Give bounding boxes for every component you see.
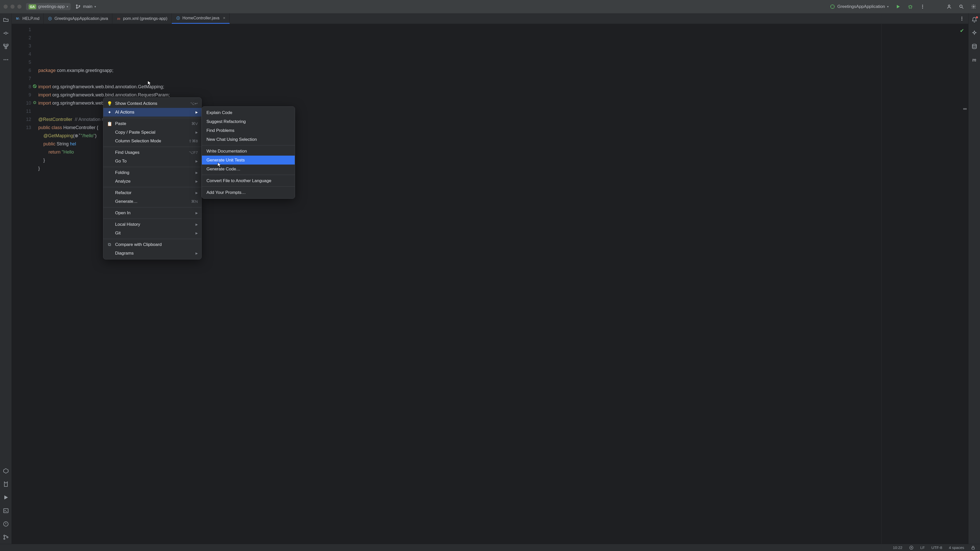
context-menu-item[interactable]: ✦AI Actions▶	[103, 108, 201, 117]
submenu-item[interactable]: New Chat Using Selection	[202, 135, 295, 144]
context-menu-item[interactable]: Diagrams▶	[103, 249, 201, 258]
svg-point-26	[49, 18, 51, 19]
svg-point-15	[3, 59, 5, 60]
line-number: 13	[12, 124, 31, 132]
project-name: greetings-app	[38, 4, 65, 9]
chevron-down-icon: ▾	[94, 5, 96, 8]
run-tool-icon[interactable]	[3, 494, 9, 500]
gutter-endpoint-icon[interactable]	[33, 100, 37, 105]
line-number: 3	[12, 42, 31, 50]
submenu-arrow-icon: ▶	[196, 159, 198, 163]
menu-item-shortcut: ⌘N	[191, 199, 198, 204]
more-tools-icon[interactable]	[3, 57, 9, 63]
settings-button[interactable]	[971, 4, 977, 10]
submenu-item[interactable]: Add Your Prompts…	[202, 188, 295, 197]
submenu-item-label: Generate Code…	[207, 167, 240, 171]
menu-item-icon: 💡	[107, 101, 112, 106]
project-tool-icon[interactable]	[3, 17, 9, 23]
menu-item-label: Copy / Paste Special	[115, 130, 156, 135]
file-encoding[interactable]: UTF-8	[931, 545, 942, 550]
line-separator-icon[interactable]	[909, 545, 914, 550]
maven-tool-icon[interactable]: m	[971, 57, 977, 63]
submenu-item[interactable]: Explain Code	[202, 108, 295, 117]
debug-button[interactable]	[907, 4, 913, 10]
context-menu-item[interactable]: Find Usages⌥F7	[103, 148, 201, 157]
commit-tool-icon[interactable]	[3, 30, 9, 36]
close-window-icon[interactable]	[3, 5, 8, 9]
ai-actions-submenu: Explain CodeSuggest RefactoringFind Prob…	[202, 106, 295, 199]
submenu-item[interactable]: Convert File to Another Language	[202, 176, 295, 185]
context-menu-item[interactable]: Open In▶	[103, 209, 201, 218]
line-number: 10	[12, 99, 31, 107]
submenu-item[interactable]: Generate Unit Tests	[202, 156, 295, 165]
build-tool-icon[interactable]	[3, 468, 9, 474]
context-menu-item[interactable]: Column Selection Mode⇧⌘8	[103, 137, 201, 145]
context-menu-item[interactable]: Refactor▶	[103, 189, 201, 197]
menu-item-label: AI Actions	[115, 110, 135, 115]
line-separator[interactable]: LF	[920, 545, 925, 550]
context-menu-item[interactable]: Local History▶	[103, 220, 201, 229]
notifications-icon[interactable]	[971, 17, 977, 23]
context-menu-item[interactable]: 📋Paste⌘V	[103, 119, 201, 128]
project-selector[interactable]: GA greetings-app ▾	[26, 3, 71, 10]
submenu-item[interactable]: Suggest Refactoring	[202, 117, 295, 126]
editor-tab[interactable]: mpom.xml (greetings-app)	[112, 13, 172, 24]
code-line[interactable]: import org.springframework.web.bind.anno…	[38, 83, 968, 91]
context-menu-item[interactable]: Analyze▶	[103, 177, 201, 186]
submenu-item[interactable]: Find Problems	[202, 126, 295, 135]
context-menu-item[interactable]: Copy / Paste Special▶	[103, 128, 201, 137]
vcs-branch-selector[interactable]: main ▾	[75, 4, 96, 10]
menu-item-shortcut: ⌥F7	[189, 150, 198, 155]
submenu-item-label: Generate Unit Tests	[207, 158, 245, 163]
terminal-tool-icon[interactable]	[3, 508, 9, 514]
search-everywhere-button[interactable]	[959, 4, 964, 10]
run-button[interactable]	[895, 4, 901, 10]
menu-item-icon: ✦	[107, 110, 112, 115]
code-line[interactable]	[38, 75, 968, 83]
close-tab-icon[interactable]: ×	[223, 16, 225, 21]
structure-tool-icon[interactable]	[3, 43, 9, 49]
context-menu-item[interactable]: ⧉Compare with Clipboard	[103, 240, 201, 249]
vcs-tool-icon[interactable]	[3, 534, 9, 540]
editor-tab[interactable]: M↓HELP.md	[12, 13, 44, 24]
branch-icon	[75, 4, 81, 10]
svg-point-21	[3, 535, 5, 537]
indent-settings[interactable]: 4 spaces	[949, 545, 964, 550]
bookmarks-tool-icon[interactable]	[3, 481, 9, 487]
tab-options-icon[interactable]	[959, 16, 965, 21]
ai-assistant-icon[interactable]	[971, 30, 977, 36]
editor-tab[interactable]: HomeController.java×	[172, 13, 230, 24]
readonly-toggle-icon[interactable]	[971, 545, 975, 550]
submenu-arrow-icon: ▶	[196, 130, 198, 134]
context-menu-item[interactable]: Generate…⌘N	[103, 197, 201, 206]
minimize-window-icon[interactable]	[11, 5, 14, 9]
svg-rect-12	[3, 44, 5, 46]
menu-item-label: Go To	[115, 159, 127, 164]
code-line[interactable]: package com.example.greetingsapp;	[38, 66, 968, 75]
submenu-item[interactable]: Generate Code…	[202, 165, 295, 173]
context-menu-item[interactable]: Folding▶	[103, 168, 201, 177]
editor-tab[interactable]: GreetingsAppApplication.java	[44, 13, 112, 24]
svg-point-7	[922, 8, 923, 8]
gutter-run-icon[interactable]	[33, 84, 37, 88]
submenu-arrow-icon: ▶	[196, 171, 198, 175]
svg-rect-13	[6, 44, 8, 46]
context-menu-item[interactable]: Git▶	[103, 229, 201, 238]
run-configuration-selector[interactable]: GreetingsAppApplication ▾	[830, 4, 889, 10]
problems-tool-icon[interactable]	[3, 521, 9, 527]
context-menu-item[interactable]: 💡Show Context Actions⌥↩	[103, 99, 201, 108]
menu-item-shortcut: ⇧⌘8	[189, 139, 198, 143]
line-number: 8	[12, 83, 31, 91]
database-tool-icon[interactable]	[971, 43, 977, 49]
chevron-down-icon: ▾	[67, 5, 68, 8]
zoom-window-icon[interactable]	[18, 5, 21, 9]
context-menu-item[interactable]: Go To▶	[103, 157, 201, 165]
inspection-ok-icon[interactable]: ✔	[960, 27, 964, 35]
submenu-item[interactable]: Write Documentation	[202, 147, 295, 156]
run-config-name: GreetingsAppApplication	[837, 4, 885, 9]
chevron-down-icon: ▾	[887, 5, 889, 8]
more-actions-button[interactable]	[920, 4, 925, 10]
menu-item-label: Diagrams	[115, 251, 134, 256]
code-with-me-button[interactable]	[946, 4, 952, 10]
caret-position[interactable]: 10:22	[893, 545, 902, 550]
